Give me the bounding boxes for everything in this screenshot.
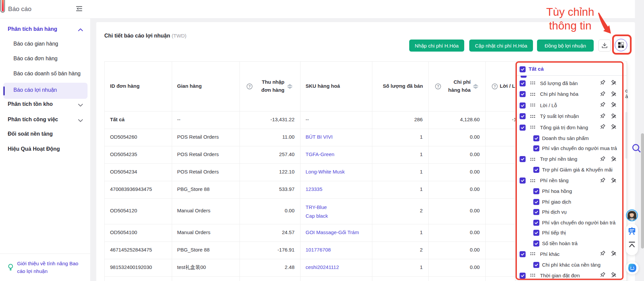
svg-text:?: ? bbox=[249, 84, 251, 88]
svg-text:?: ? bbox=[437, 84, 439, 88]
svg-text:?: ? bbox=[494, 84, 496, 88]
